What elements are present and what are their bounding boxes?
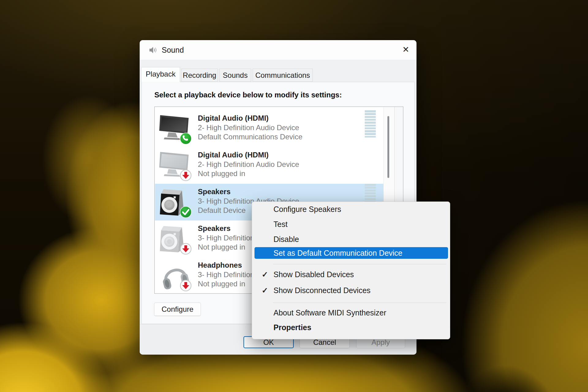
- headphones-icon: [159, 261, 190, 290]
- volume-level-meter: [365, 110, 376, 138]
- checkmark-icon: ✓: [259, 268, 271, 281]
- speaker-box-icon: [159, 187, 190, 217]
- menu-separator: [273, 264, 446, 264]
- title-bar: Sound ✕: [140, 40, 417, 60]
- device-name: Digital Audio (HDMI): [198, 113, 302, 123]
- tab-communications[interactable]: Communications: [253, 69, 313, 82]
- sound-speaker-icon: [149, 46, 157, 54]
- menu-item-test[interactable]: Test: [252, 217, 450, 231]
- checkmark-icon: ✓: [259, 284, 271, 297]
- device-status: Default Communications Device: [198, 132, 302, 141]
- tab-sounds[interactable]: Sounds: [219, 69, 251, 82]
- menu-item-show-disabled-devices[interactable]: ✓ Show Disabled Devices: [252, 268, 450, 281]
- device-name: Digital Audio (HDMI): [198, 150, 299, 160]
- device-name: Speakers: [198, 187, 299, 197]
- scrollbar-thumb[interactable]: [387, 116, 389, 178]
- menu-item-label: Show Disconnected Devices: [273, 286, 371, 295]
- monitor-icon: [159, 151, 190, 180]
- device-description: 2- High Definition Audio Device: [198, 160, 299, 169]
- default-device-check-badge: [180, 206, 192, 218]
- menu-separator: [273, 303, 446, 303]
- monitor-icon: [159, 114, 190, 143]
- menu-item-set-default-communication-device[interactable]: Set as Default Communication Device: [254, 247, 448, 259]
- menu-item-about-software-midi-synthesizer[interactable]: About Software MIDI Synthesizer: [252, 306, 450, 319]
- device-description: 2- High Definition Audio Device: [198, 123, 302, 132]
- device-context-menu: Configure Speakers Test Disable Set as D…: [252, 202, 450, 339]
- device-status: Not plugged in: [198, 169, 299, 178]
- default-communications-phone-badge: [180, 133, 192, 145]
- close-button[interactable]: ✕: [399, 43, 413, 56]
- tab-recording[interactable]: Recording: [181, 69, 218, 82]
- menu-item-properties[interactable]: Properties: [252, 321, 450, 334]
- tab-playback[interactable]: Playback: [141, 67, 180, 82]
- menu-item-configure-speakers[interactable]: Configure Speakers: [252, 202, 450, 216]
- menu-item-label: Show Disabled Devices: [273, 270, 354, 279]
- device-row-digital-audio-1[interactable]: Digital Audio (HDMI) 2- High Definition …: [155, 110, 395, 147]
- not-plugged-in-badge: [180, 169, 192, 181]
- not-plugged-in-badge: [180, 280, 192, 292]
- device-row-digital-audio-2[interactable]: Digital Audio (HDMI) 2- High Definition …: [155, 147, 395, 184]
- configure-button[interactable]: Configure: [154, 303, 201, 316]
- not-plugged-in-badge: [180, 243, 192, 255]
- speaker-box-icon: [159, 224, 190, 254]
- menu-item-show-disconnected-devices[interactable]: ✓ Show Disconnected Devices: [252, 284, 450, 297]
- window-title: Sound: [162, 40, 184, 60]
- menu-item-disable[interactable]: Disable: [252, 232, 450, 246]
- playback-heading: Select a playback device below to modify…: [154, 91, 342, 99]
